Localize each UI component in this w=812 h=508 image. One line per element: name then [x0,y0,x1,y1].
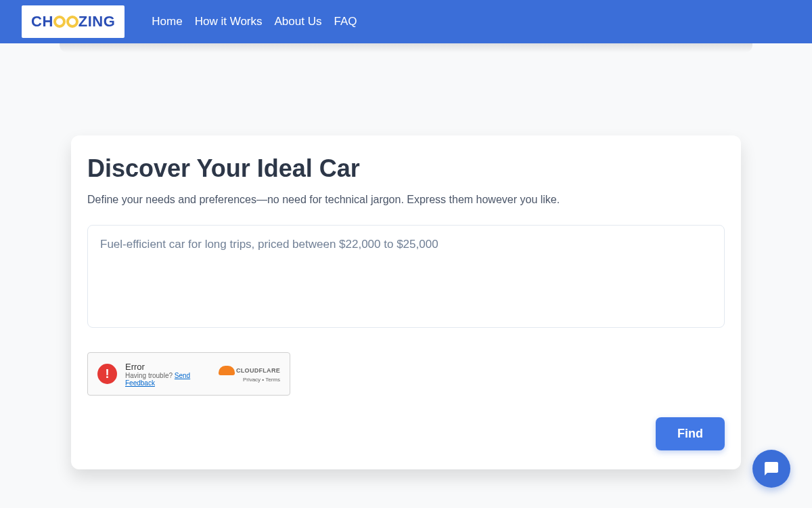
logo-o-icon [66,16,78,28]
nav-about-us[interactable]: About Us [275,15,322,28]
captcha-widget: ! Error Having trouble? Send Feedback CL… [87,352,290,396]
card-subtitle: Define your needs and preferences—no nee… [87,194,725,206]
top-card-shadow [60,43,752,53]
button-row: Find [87,417,725,450]
chat-icon [763,461,780,477]
search-input[interactable] [87,225,725,328]
nav-how-it-works[interactable]: How it Works [195,15,263,28]
navbar: CH ZING Home How it Works About Us FAQ [0,0,812,43]
captcha-right: CLOUDFLARE Privacy • Terms [219,366,280,383]
logo-o-icon [53,16,66,28]
cloud-icon [219,366,235,375]
captcha-text: Error Having trouble? Send Feedback [125,362,219,387]
captcha-left: ! Error Having trouble? Send Feedback [97,362,219,387]
logo-text: CH ZING [31,13,115,30]
chat-button[interactable] [752,450,790,488]
cloudflare-logo: CLOUDFLARE [219,366,280,375]
captcha-legal-links: Privacy • Terms [243,377,280,383]
nav-links: Home How it Works About Us FAQ [152,15,357,28]
nav-home[interactable]: Home [152,15,182,28]
cloudflare-text: CLOUDFLARE [236,367,280,374]
logo-part-zing: ZING [78,13,116,30]
captcha-trouble-text: Having trouble? Send Feedback [125,372,219,387]
captcha-terms-link[interactable]: Terms [265,377,280,383]
error-icon: ! [97,364,117,384]
search-card: Discover Your Ideal Car Define your need… [71,135,741,469]
find-button[interactable]: Find [656,417,725,450]
captcha-privacy-link[interactable]: Privacy [243,377,261,383]
nav-faq[interactable]: FAQ [334,15,357,28]
captcha-trouble-prefix: Having trouble? [125,372,175,379]
captcha-error-label: Error [125,362,219,372]
logo-oo [53,16,78,28]
logo-part-ch: CH [31,13,53,30]
card-title: Discover Your Ideal Car [87,154,725,183]
logo[interactable]: CH ZING [22,5,125,38]
